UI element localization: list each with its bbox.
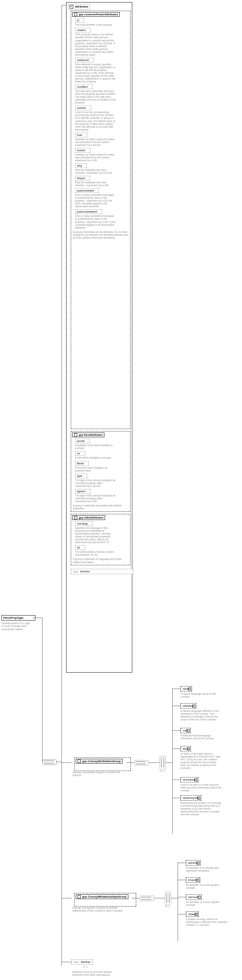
attribute-type: type xyxy=(75,474,87,478)
attribute-dir: dir xyxy=(75,545,85,550)
attribute-desc: Why the metadata has been included - exp… xyxy=(75,169,116,174)
element-desc: An identifier of a more generic concept. xyxy=(186,884,229,889)
element-desc: A related concept, where the relationshi… xyxy=(186,918,229,926)
connector xyxy=(172,706,181,706)
connector xyxy=(178,862,178,942)
attribute-desc: The directionality of textual content (e… xyxy=(75,550,116,556)
any-element: any ##other xyxy=(72,959,93,965)
element-definition: definition xyxy=(181,703,196,709)
choice-marker xyxy=(159,756,166,770)
any-label: any xyxy=(74,960,79,964)
connector xyxy=(61,962,72,962)
grp-desc: A group of attributes for all elements o… xyxy=(73,231,129,240)
grp-name: ConceptRelationshipsGroup xyxy=(88,895,126,898)
grp-icon xyxy=(74,13,77,16)
connector xyxy=(172,798,181,798)
connector xyxy=(61,762,72,763)
element-desc: Represents the position of a concept in … xyxy=(181,802,223,816)
element-desc: An identifier of a more specific concept… xyxy=(186,901,229,907)
element-desc: A link to an item or a web resource whic… xyxy=(181,783,223,792)
attribute-desc: A free-text value assigned as property v… xyxy=(75,466,116,472)
ext-desc: Extension point for provider-defined pro… xyxy=(72,971,122,977)
attribute-pubconstrainturi: pubconstrainturi xyxy=(75,209,102,214)
choice-marker xyxy=(165,892,171,905)
connector xyxy=(172,688,173,834)
root-type-desc: Flexible generic PCL-type for both contr… xyxy=(2,621,32,631)
attribute-desc: If the attribute is empty, specifies whi… xyxy=(75,63,116,83)
grp-title: grp flexAttributes xyxy=(72,433,104,437)
element-desc: A natural language name for the concept. xyxy=(181,692,223,698)
any-value: ##other xyxy=(81,960,90,964)
connector xyxy=(178,897,186,897)
grp-title: grp ConceptDefinitionGroup xyxy=(76,759,123,764)
attribute-id: id xyxy=(75,18,84,23)
connector xyxy=(172,749,181,749)
connector xyxy=(61,5,62,966)
attribute-howuri: howuri xyxy=(75,148,90,153)
element-desc: A natural language definition of the sem… xyxy=(181,710,223,721)
cardinality: 0..∞ xyxy=(83,966,88,968)
attribute-desc: A URI which identifies a concept. xyxy=(75,457,116,459)
element-broader: broader xyxy=(186,877,200,883)
root-type-box: Flex1PropType xyxy=(2,615,35,620)
grp-icon xyxy=(74,433,77,436)
attribute-desc: The type of the concept assigned as cont… xyxy=(75,479,116,487)
connector xyxy=(61,898,72,898)
attribute-desc: One or many constraints that apply to pu… xyxy=(75,194,116,208)
attribute-whyuri: whyuri xyxy=(75,176,90,180)
grp-title: grp i18nAttributes xyxy=(72,515,105,520)
grp-desc: A group of properties required to indica… xyxy=(72,907,131,913)
attribute-desc: The type of the concept assigned as cont… xyxy=(75,494,116,503)
connector xyxy=(172,780,181,780)
element-narrower: narrower xyxy=(186,894,202,900)
attribute-desc: Indicates by which means the value was e… xyxy=(75,153,116,162)
cardinality: 0..∞ xyxy=(165,905,170,908)
connector xyxy=(61,5,66,5)
connector xyxy=(32,618,43,618)
attribute-desc: If the property value is not defined, sp… xyxy=(75,33,116,56)
grp-prefix: grp xyxy=(82,760,87,763)
attribute-how: how xyxy=(75,133,87,137)
element-related: related xyxy=(186,912,199,917)
attributes-panel: attributes grp commonPowerAttributes idT… xyxy=(66,2,132,673)
sequence-marker xyxy=(135,760,149,766)
grp-desc: A group of attributes for language and s… xyxy=(73,558,129,564)
attribute-desc: One or many constraints that apply to pu… xyxy=(75,215,116,229)
connector xyxy=(56,762,62,762)
any-value: ##other xyxy=(80,570,90,573)
element-desc: In NAR 1.8 and later, facet is deprecate… xyxy=(181,752,223,770)
connector xyxy=(178,880,186,880)
connector xyxy=(178,863,186,863)
sequence-marker xyxy=(43,759,57,765)
attributes-label: attributes xyxy=(75,5,88,8)
attribute-why: why xyxy=(75,163,87,168)
attribute-desc: The date (and, optionally, the time) whe… xyxy=(75,90,116,104)
connector xyxy=(132,898,140,898)
attribute-desc: The local identifier of the property. xyxy=(75,24,116,26)
attribute-desc: Specifies the language of this property … xyxy=(75,527,116,544)
attribute-qcode: qcode xyxy=(75,439,90,443)
grp-icon xyxy=(78,895,81,898)
grp-name: i18nAttributes xyxy=(84,516,103,519)
element-desc: Additional natural language information … xyxy=(181,734,223,740)
connector xyxy=(166,762,172,763)
attribute-desc: A qualified code which identifies a conc… xyxy=(75,444,116,450)
attribute-desc: Why the metadata has been included - exp… xyxy=(75,181,116,187)
attribute-typeuri: typeuri xyxy=(75,489,90,493)
grp-prefix: grp xyxy=(79,516,83,519)
grp-flexattributes: grp flexAttributes qcodeA qualified code… xyxy=(71,431,130,512)
attribute-creatoruri: creatoruri xyxy=(75,58,94,62)
attribute-pubconstraint: pubconstraint xyxy=(75,188,99,193)
element-hierarchyinfo: hierarchyInfo xyxy=(181,795,201,800)
grp-conceptrelationshipsgroup: grp ConceptRelationshipsGroup xyxy=(74,893,136,907)
grp-icon xyxy=(78,760,81,763)
grp-prefix: grp xyxy=(79,13,83,16)
element-name: name xyxy=(181,686,192,692)
attribute-literal: literal xyxy=(75,461,89,466)
attribute-desc: Indicates by which means the value was e… xyxy=(75,138,116,146)
grp-desc: A group of attributes associated with fl… xyxy=(73,504,129,510)
grp-i18nattributes: grp i18nAttributes xml:langSpecifies the… xyxy=(71,514,130,566)
element-facet: facet xyxy=(181,746,191,751)
any-attribute: any ##other xyxy=(71,569,133,574)
grp-prefix: grp xyxy=(82,895,87,898)
